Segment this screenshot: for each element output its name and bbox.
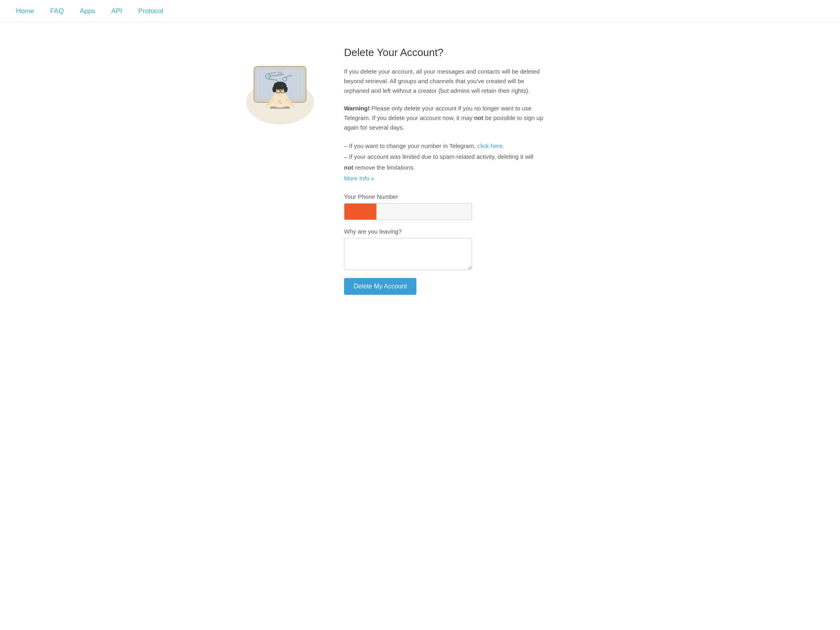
links-block: – If you want to change your number in T…: [344, 140, 544, 184]
form-section: Your Phone Number Why are you leaving? D…: [344, 193, 544, 295]
text-section: Delete Your Account? If you delete your …: [344, 46, 544, 295]
content-wrapper: Delete Your Account? If you delete your …: [240, 46, 600, 295]
warning-block: Warning! Please only delete your account…: [344, 104, 544, 132]
nav-api[interactable]: API: [111, 7, 122, 15]
svg-point-24: [279, 100, 281, 101]
warning-label: Warning!: [344, 105, 370, 112]
phone-flag: [344, 204, 376, 220]
nav-protocol[interactable]: Protocol: [138, 7, 163, 15]
illustration-svg: [240, 46, 320, 126]
change-number-text: – If you want to change your number in T…: [344, 142, 477, 149]
spam-suffix: remove the limitations.: [353, 164, 415, 171]
nav-apps[interactable]: Apps: [80, 7, 95, 15]
illustration: [240, 46, 320, 128]
phone-label: Your Phone Number: [344, 193, 544, 200]
svg-point-22: [278, 101, 280, 102]
svg-point-23: [280, 102, 282, 104]
change-number-line: – If you want to change your number in T…: [344, 140, 544, 151]
description-text: If you delete your account, all your mes…: [344, 67, 544, 96]
spam-line: – If your account was limited due to spa…: [344, 151, 544, 173]
page-title: Delete Your Account?: [344, 46, 544, 59]
nav-home[interactable]: Home: [16, 7, 34, 15]
click-here-link[interactable]: click here.: [477, 142, 504, 149]
more-info-link[interactable]: More Info »: [344, 175, 374, 182]
more-info-line: More Info »: [344, 173, 544, 184]
svg-point-16: [284, 86, 288, 92]
leaving-textarea[interactable]: [344, 238, 472, 270]
phone-input-wrapper: [344, 203, 472, 220]
spam-not: not: [344, 164, 353, 171]
nav-faq[interactable]: FAQ: [50, 7, 64, 15]
warning-not: not: [474, 114, 483, 121]
spam-prefix: – If your account was limited due to spa…: [344, 153, 533, 160]
main-content: Delete Your Account? If you delete your …: [0, 22, 840, 319]
phone-input[interactable]: [376, 204, 472, 220]
delete-account-button[interactable]: Delete My Account: [344, 278, 416, 295]
navigation: Home FAQ Apps API Protocol: [0, 0, 840, 22]
leaving-label: Why are you leaving?: [344, 228, 544, 235]
